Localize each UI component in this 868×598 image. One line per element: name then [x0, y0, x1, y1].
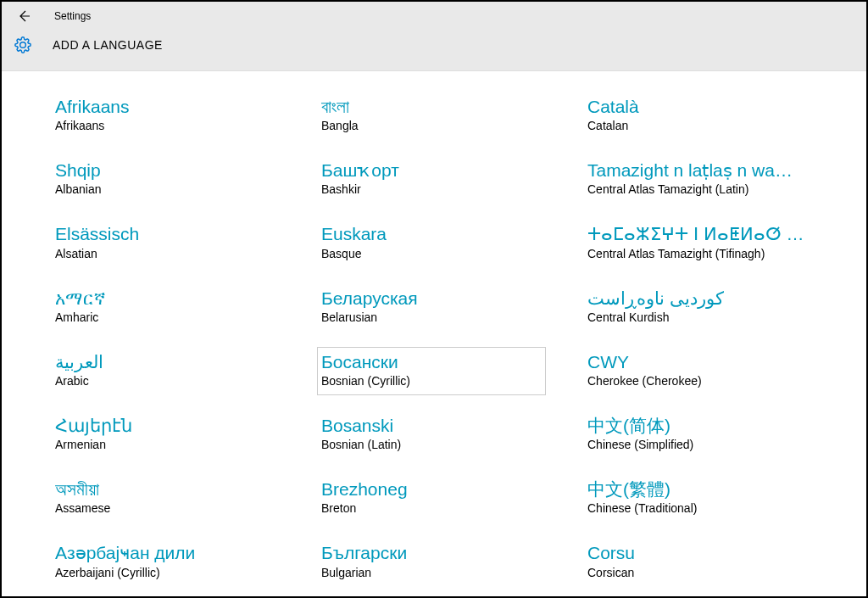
lang-item-basque[interactable]: EuskaraBasque [317, 219, 546, 267]
lang-item-cherokee[interactable]: CWYCherokee (Cherokee) [583, 347, 812, 395]
lang-english-label: Basque [321, 247, 538, 260]
lang-item-catalan[interactable]: CatalàCatalan [583, 92, 812, 140]
header-bar: Settings ADD A LANGUAGE [2, 2, 866, 71]
lang-english-label: Albanian [55, 182, 272, 196]
lang-english-label: Central Atlas Tamazight (Tifinagh) [587, 247, 804, 260]
lang-native-label: Bosanski [321, 415, 538, 436]
lang-native-label: Català [587, 96, 804, 117]
lang-item-bashkir[interactable]: БашҡортBashkir [317, 155, 546, 204]
lang-english-label: Assamese [55, 501, 272, 515]
lang-native-label: Elsässisch [55, 223, 272, 244]
page-title: ADD A LANGUAGE [53, 38, 163, 52]
lang-native-label: አማርኛ [55, 288, 272, 309]
lang-english-label: Chinese (Simplified) [587, 438, 804, 451]
lang-item-arabic[interactable]: العربيةArabic [51, 347, 280, 395]
lang-native-label: العربية [55, 351, 272, 372]
lang-english-label: Central Kurdish [587, 310, 804, 324]
lang-english-label: Bosnian (Cyrillic) [321, 374, 538, 388]
gear-icon [14, 36, 32, 54]
lang-native-label: ⵜⴰⵎⴰⵣⵉⵖⵜ ⵏ ⵍⴰⵟⵍⴰⵚ ⵏ ⵡⴰⵎⵎⴰⵙ [587, 223, 804, 244]
lang-native-label: CWY [587, 351, 804, 372]
lang-native-label: 中文(繁體) [587, 478, 804, 500]
lang-english-label: Belarusian [321, 310, 538, 324]
lang-english-label: Bashkir [321, 182, 538, 196]
lang-english-label: Afrikaans [55, 119, 272, 132]
lang-item-bosnian-latin[interactable]: BosanskiBosnian (Latin) [317, 411, 546, 459]
lang-english-label: Armenian [55, 438, 272, 451]
lang-english-label: Central Atlas Tamazight (Latin) [587, 182, 804, 196]
lang-english-label: Arabic [55, 374, 272, 388]
lang-native-label: Босански [321, 351, 538, 372]
lang-native-label: کوردیی ناوەڕاست [587, 288, 804, 309]
lang-item-azerbaijani-cyrillic[interactable]: Азәрбајҹан дилиAzerbaijani (Cyrillic) [51, 538, 280, 586]
lang-native-label: Shqip [55, 159, 272, 181]
lang-native-label: Afrikaans [55, 96, 272, 117]
app-title: Settings [54, 10, 91, 22]
lang-item-chinese-traditional[interactable]: 中文(繁體)Chinese (Traditional) [583, 474, 812, 523]
lang-item-afrikaans[interactable]: AfrikaansAfrikaans [51, 92, 280, 140]
lang-native-label: Български [321, 542, 538, 563]
back-button[interactable] [14, 6, 34, 26]
page-row: ADD A LANGUAGE [2, 25, 866, 54]
lang-english-label: Azerbaijani (Cyrillic) [55, 566, 272, 579]
lang-native-label: Tamazight n laṭlaṣ n wamm... [587, 159, 804, 181]
lang-english-label: Bulgarian [321, 566, 538, 579]
lang-item-bangla[interactable]: বাংলাBangla [317, 92, 546, 140]
lang-item-assamese[interactable]: অসমীয়াAssamese [51, 474, 280, 523]
lang-item-belarusian[interactable]: БеларускаяBelarusian [317, 283, 546, 332]
lang-english-label: Bangla [321, 119, 538, 132]
lang-item-bosnian-cyrillic[interactable]: БосанскиBosnian (Cyrillic) [317, 347, 546, 395]
lang-item-central-kurdish[interactable]: کوردیی ناوەڕاستCentral Kurdish [583, 283, 812, 332]
lang-english-label: Catalan [587, 119, 804, 132]
lang-native-label: Euskara [321, 223, 538, 244]
column-1: AfrikaansAfrikaansShqipAlbanianElsässisc… [51, 92, 317, 598]
lang-english-label: Amharic [55, 310, 272, 324]
language-grid: AfrikaansAfrikaansShqipAlbanianElsässisc… [2, 71, 866, 598]
lang-native-label: Башҡорт [321, 159, 538, 181]
lang-english-label: Corsican [587, 566, 804, 579]
lang-item-albanian[interactable]: ShqipAlbanian [51, 155, 280, 204]
lang-item-alsatian[interactable]: ElsässischAlsatian [51, 219, 280, 267]
lang-item-breton[interactable]: BrezhonegBreton [317, 474, 546, 523]
lang-native-label: বাংলা [321, 96, 538, 117]
lang-native-label: অসমীয়া [55, 478, 272, 500]
lang-native-label: Հայերէն [55, 415, 272, 436]
lang-english-label: Cherokee (Cherokee) [587, 374, 804, 388]
lang-english-label: Alsatian [55, 247, 272, 260]
back-arrow-icon [17, 9, 31, 23]
lang-native-label: Corsu [587, 542, 804, 563]
lang-native-label: 中文(简体) [587, 415, 804, 436]
lang-english-label: Breton [321, 501, 538, 515]
lang-item-tamazight-tifinagh[interactable]: ⵜⴰⵎⴰⵣⵉⵖⵜ ⵏ ⵍⴰⵟⵍⴰⵚ ⵏ ⵡⴰⵎⵎⴰⵙCentral Atlas … [583, 219, 812, 267]
lang-native-label: Беларуская [321, 288, 538, 309]
lang-item-amharic[interactable]: አማርኛAmharic [51, 283, 280, 332]
lang-item-tamazight-latin[interactable]: Tamazight n laṭlaṣ n wamm...Central Atla… [583, 155, 812, 204]
lang-english-label: Chinese (Traditional) [587, 501, 804, 515]
lang-item-armenian[interactable]: ՀայերէնArmenian [51, 411, 280, 459]
lang-item-bulgarian[interactable]: БългарскиBulgarian [317, 538, 546, 586]
column-3: CatalàCatalanTamazight n laṭlaṣ n wamm..… [583, 92, 849, 598]
lang-item-corsican[interactable]: CorsuCorsican [583, 538, 812, 586]
lang-native-label: Brezhoneg [321, 478, 538, 500]
column-2: বাংলাBanglaБашҡортBashkirEuskaraBasqueБе… [317, 92, 583, 598]
lang-item-chinese-simplified[interactable]: 中文(简体)Chinese (Simplified) [583, 411, 812, 459]
top-row: Settings [2, 2, 866, 25]
lang-english-label: Bosnian (Latin) [321, 438, 538, 451]
lang-native-label: Азәрбајҹан дили [55, 542, 272, 563]
